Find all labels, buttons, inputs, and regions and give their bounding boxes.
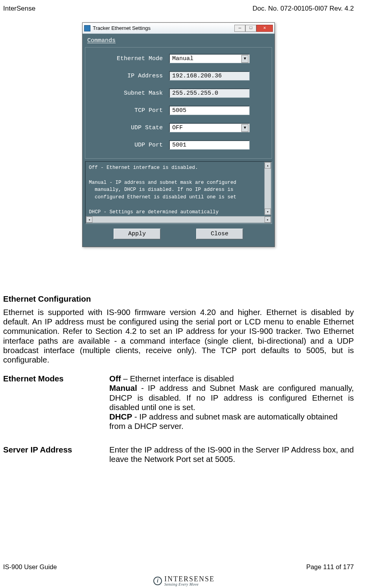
- close-window-button[interactable]: ✕: [256, 25, 273, 32]
- minimize-button[interactable]: —: [234, 25, 245, 32]
- term-server-ip: Server IP Address: [3, 445, 109, 464]
- close-button[interactable]: Close: [196, 229, 243, 240]
- value-tcp-port: 5005: [172, 107, 186, 114]
- term-ethernet-modes: Ethernet Modes: [3, 374, 109, 431]
- label-ethernet-mode: Ethernet Mode: [96, 55, 169, 62]
- titlebar[interactable]: Tracker Ethernet Settings — □ ✕: [83, 23, 274, 34]
- info-textarea[interactable]: Off - Ethernet interface is disabled. Ma…: [85, 161, 272, 224]
- section-paragraph: Ethernet is supported with IS-900 firmwa…: [3, 308, 354, 365]
- apply-button[interactable]: Apply: [114, 229, 161, 240]
- value-udp-port: 5001: [172, 142, 186, 148]
- horizontal-scrollbar[interactable]: ◂ ▸: [86, 216, 271, 223]
- scroll-right-icon[interactable]: ▸: [265, 216, 271, 223]
- input-ip-address[interactable]: 192.168.200.36: [169, 71, 250, 81]
- logo: i INTERSENSE Sensing Every Move: [0, 575, 368, 586]
- window-title: Tracker Ethernet Settings: [93, 25, 234, 31]
- value-ip-address: 192.168.200.36: [172, 73, 222, 79]
- value-udp-state: OFF: [172, 125, 183, 131]
- input-tcp-port[interactable]: 5005: [169, 106, 250, 115]
- input-udp-state[interactable]: OFF ▼: [169, 123, 250, 132]
- def-ethernet-modes: Off – Ethernet interface is disabled Man…: [109, 374, 354, 431]
- label-udp-state: UDP State: [96, 125, 169, 131]
- input-udp-port[interactable]: 5001: [169, 140, 250, 150]
- value-ethernet-mode: Manual: [172, 55, 193, 62]
- mode-dhcp-text: - IP address and subnet mask are automat…: [109, 412, 338, 430]
- label-tcp-port: TCP Port: [96, 107, 169, 114]
- dialog-window: Tracker Ethernet Settings — □ ✕ Commands…: [82, 22, 275, 247]
- header-right: Doc. No. 072-00105-0I07 Rev. 4.2: [252, 5, 354, 13]
- app-icon: [84, 25, 90, 31]
- label-udp-port: UDP Port: [96, 142, 169, 148]
- mode-off-text: – Ethernet interface is disabled: [121, 374, 234, 383]
- scroll-down-icon[interactable]: ▾: [265, 209, 271, 215]
- menu-commands[interactable]: Commands: [87, 37, 116, 44]
- input-ethernet-mode[interactable]: Manual ▼: [169, 54, 250, 63]
- maximize-button[interactable]: □: [245, 25, 256, 32]
- logo-icon: i: [153, 577, 162, 585]
- value-subnet-mask: 255.255.255.0: [172, 90, 218, 97]
- header-left: InterSense: [3, 5, 35, 13]
- footer-right: Page 111 of 177: [306, 563, 354, 571]
- footer-left: IS-900 User Guide: [3, 563, 57, 571]
- vertical-scrollbar[interactable]: ▴ ▾: [264, 162, 271, 215]
- def-server-ip: Enter the IP address of the IS-900 in th…: [109, 445, 354, 464]
- section-title: Ethernet Configuration: [3, 294, 354, 304]
- scroll-up-icon[interactable]: ▴: [265, 162, 271, 169]
- mode-off-label: Off: [109, 374, 121, 383]
- label-ip-address: IP Address: [96, 73, 169, 79]
- logo-sub: Sensing Every Move: [164, 583, 215, 586]
- form-panel: Ethernet Mode Manual ▼ IP Address 192.16…: [85, 47, 272, 159]
- mode-manual-text: - IP address and Subnet Mask are configu…: [109, 383, 354, 411]
- mode-dhcp-label: DHCP: [109, 412, 132, 421]
- dropdown-icon[interactable]: ▼: [241, 124, 248, 132]
- input-subnet-mask[interactable]: 255.255.255.0: [169, 88, 250, 98]
- dropdown-icon[interactable]: ▼: [241, 55, 248, 63]
- scroll-left-icon[interactable]: ◂: [86, 216, 92, 223]
- mode-manual-label: Manual: [109, 383, 137, 392]
- logo-main: INTERSENSE: [164, 575, 215, 583]
- label-subnet-mask: Subnet Mask: [96, 90, 169, 97]
